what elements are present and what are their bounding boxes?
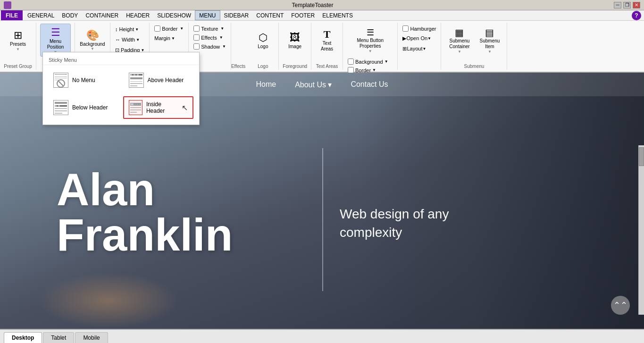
close-button[interactable]: ✕	[633, 2, 640, 8]
below-header-label: Below Header	[72, 104, 108, 111]
hamburger-check[interactable]: Hamburger	[401, 25, 438, 33]
shadow-check[interactable]: Shadow▼	[192, 42, 228, 50]
height-button[interactable]: ↕ Height ▼	[113, 25, 146, 34]
tab-desktop[interactable]: Desktop	[4, 332, 42, 343]
presets-arrow: ▼	[16, 47, 20, 51]
menu-general[interactable]: GENERAL	[24, 10, 58, 20]
menu-bar: FILE GENERAL BODY CONTAINER HEADER SLIDE…	[0, 10, 644, 21]
below-header-option[interactable]: Below Header	[49, 97, 117, 118]
background2-check[interactable]: Background▼	[346, 58, 394, 66]
text-areas-label: TextAreas	[321, 41, 333, 52]
scrollbar-thumb[interactable]	[639, 147, 644, 166]
vertical-divider	[322, 148, 323, 291]
presets-label: Presets	[10, 42, 26, 47]
tab-mobile[interactable]: Mobile	[75, 332, 108, 343]
help-button[interactable]: ?	[632, 11, 641, 20]
background-icon: 🎨	[86, 29, 99, 42]
texture-check[interactable]: Texture▼	[192, 25, 228, 33]
bottom-tabs: Desktop Tablet Mobile	[0, 329, 644, 343]
image-icon: 🖼	[290, 32, 300, 44]
no-menu-icon	[53, 73, 68, 88]
menu-sidebar[interactable]: SIDEBAR	[220, 10, 253, 20]
logo-section: ⬡ Logo Logo	[247, 23, 279, 70]
hero-subtitle: Web design of any complexity	[340, 205, 449, 242]
submenu-container-button[interactable]: ▦ SubmenuContainer ▼	[445, 24, 474, 57]
nav-home[interactable]: Home	[256, 80, 276, 89]
nav-contact[interactable]: Contact Us	[351, 80, 388, 89]
menu-footer[interactable]: FOOTER	[287, 10, 318, 20]
hero-name-line2: Franklin	[57, 212, 233, 258]
below-header-icon	[53, 100, 68, 115]
submenu-container-label: SubmenuContainer	[449, 38, 469, 50]
submenu-buttons: ▦ SubmenuContainer ▼ ▤ SubmenuItem ▼	[445, 24, 503, 63]
menu-content[interactable]: CONTENT	[252, 10, 287, 20]
width-icon: ↔	[115, 37, 120, 42]
menu-button-icon: ☰	[367, 27, 374, 38]
image-section: 🖼 Image Foreground	[279, 23, 311, 70]
menu-button-section: ☰ Menu ButtonProperties ▼ Background▼ Bo…	[343, 23, 398, 70]
dropdown-row-1: No Menu Above Header	[43, 67, 199, 93]
text-areas-section: T TextAreas Text Areas	[311, 23, 343, 70]
window-title: TemplateToaster	[11, 2, 614, 8]
layout-button[interactable]: ⊞ Layout ▼	[401, 44, 438, 53]
minimize-button[interactable]: ─	[614, 2, 621, 8]
submenu-section: ▦ SubmenuContainer ▼ ▤ SubmenuItem ▼ Sub…	[441, 23, 507, 70]
menu-slideshow[interactable]: SLIDESHOW	[153, 10, 195, 20]
hero-text-left: Alan Franklin	[57, 167, 233, 258]
window-controls[interactable]: ─ ❐ ✕	[614, 2, 640, 8]
image-button[interactable]: 🖼 Image	[283, 24, 307, 57]
menu-container[interactable]: CONTAINER	[82, 10, 122, 20]
right-scrollbar[interactable]	[638, 145, 644, 315]
submenu-item-button[interactable]: ▤ SubmenuItem ▼	[476, 24, 503, 57]
text-areas-button[interactable]: T TextAreas	[315, 24, 339, 57]
menu-button-prop-label: Menu ButtonProperties	[357, 38, 384, 49]
margin-button[interactable]: Margin ▼	[152, 33, 185, 43]
menu-file[interactable]: FILE	[1, 10, 23, 20]
above-header-option[interactable]: Above Header	[124, 70, 194, 91]
dropdown-header: Sticky Menu	[43, 55, 199, 65]
logo-button[interactable]: ⬡ Logo	[251, 24, 275, 57]
width-button[interactable]: ↔ Width ▼	[113, 35, 146, 44]
tab-tablet[interactable]: Tablet	[43, 332, 74, 343]
inside-header-icon	[129, 100, 142, 115]
height-icon: ↕	[115, 26, 118, 32]
image-label: Image	[288, 44, 301, 49]
above-header-label: Above Header	[148, 77, 184, 84]
presets-button[interactable]: ⊞ Presets ▼	[4, 24, 32, 57]
menu-button-prop-button[interactable]: ☰ Menu ButtonProperties ▼	[354, 24, 387, 57]
menu-position-label: MenuPosition	[47, 39, 64, 50]
submenu-item-icon: ▤	[485, 27, 494, 38]
menu-position-icon: ☰	[51, 26, 60, 39]
menu-elements[interactable]: ELEMENTS	[318, 10, 357, 20]
logo-icon: ⬡	[259, 32, 268, 44]
effects-check[interactable]: Effects▼	[192, 33, 228, 42]
logo-label: Logo	[258, 44, 268, 49]
scroll-to-top-button[interactable]: ⌃⌃	[611, 296, 630, 315]
hero-name-line1: Alan	[57, 167, 233, 212]
presets-group-label: Preset Group	[4, 63, 32, 69]
no-menu-label: No Menu	[72, 77, 95, 84]
no-menu-option[interactable]: No Menu	[49, 70, 118, 91]
inside-header-label: Inside Header	[146, 101, 178, 114]
person-shadow	[361, 73, 644, 329]
menu-body[interactable]: BODY	[58, 10, 82, 20]
hero-text-right: Web design of any complexity	[340, 205, 449, 242]
open-on-button[interactable]: ▶ Open On ▼	[401, 33, 438, 43]
background-label: Background	[80, 42, 105, 47]
menu-menu[interactable]: MENU	[195, 10, 220, 20]
menu-position-dropdown: Sticky Menu No Menu	[42, 52, 200, 125]
submenu-item-label: SubmenuItem	[480, 38, 500, 50]
menu-button-top-row: ☰ Menu ButtonProperties ▼	[354, 24, 387, 57]
menu-header[interactable]: HEADER	[122, 10, 153, 20]
title-bar: TemplateToaster ─ ❐ ✕	[0, 0, 644, 10]
nav-about[interactable]: About Us ▾	[295, 80, 332, 89]
above-header-icon	[129, 73, 144, 88]
hero-subtitle-line1: Web design of any	[340, 207, 449, 221]
dropdown-row-2: Below Header Inside Header ↖	[43, 93, 199, 122]
border-check[interactable]: Border▼	[152, 25, 185, 33]
hamburger-section: Hamburger ▶ Open On ▼ ⊞ Layout ▼	[398, 23, 441, 70]
inside-header-option[interactable]: Inside Header ↖	[123, 96, 194, 119]
laptop-glow	[38, 272, 179, 329]
hero-subtitle-line2: complexity	[340, 225, 402, 240]
restore-button[interactable]: ❐	[623, 2, 631, 8]
